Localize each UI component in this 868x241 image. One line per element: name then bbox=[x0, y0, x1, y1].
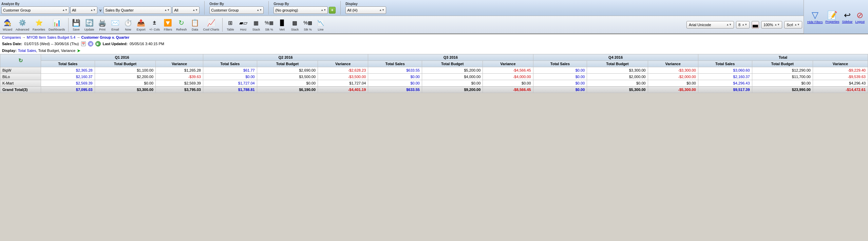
q1-sales-cell: $2,569.39 bbox=[41, 80, 95, 87]
separator bbox=[68, 18, 69, 32]
prev-date-button[interactable]: ◀ bbox=[88, 41, 93, 47]
properties-button[interactable]: 📝 Properties bbox=[825, 11, 839, 23]
group-by-select[interactable]: (No grouping) ▲▼ bbox=[273, 6, 328, 14]
vert-button[interactable]: ▐▌ Vert bbox=[276, 17, 288, 32]
advanced-button[interactable]: ⚙️ Advanced bbox=[14, 17, 31, 32]
q4-sales-cell: $0.00 bbox=[533, 80, 587, 87]
email-icon: ✉️ bbox=[111, 18, 120, 27]
logout-button[interactable]: ⊘ Logout bbox=[855, 11, 865, 23]
total-variance-header: Variance bbox=[813, 61, 868, 67]
hide-filters-button[interactable]: ▽ Hide Filters bbox=[807, 10, 823, 24]
color-swatch bbox=[753, 25, 758, 27]
all-select[interactable]: All ▲▼ bbox=[172, 6, 200, 14]
add-group-button[interactable]: + bbox=[329, 7, 336, 14]
display-label: Display: bbox=[2, 49, 17, 53]
q2-variance-header: Variance bbox=[318, 61, 368, 67]
scrl-select[interactable]: Scrl ▲▼ bbox=[784, 21, 802, 29]
color-picker-button[interactable] bbox=[752, 21, 759, 29]
calendar-icon[interactable]: 📅 bbox=[81, 41, 86, 46]
q2-budget-cell: $0.00 bbox=[257, 80, 318, 87]
font-size-select[interactable]: 8 ▲▼ bbox=[736, 21, 750, 29]
q1-total-sales-header: Total Sales bbox=[41, 61, 95, 67]
order-by-label: Order By bbox=[209, 2, 264, 6]
separator bbox=[204, 1, 205, 15]
data-icon: 📋 bbox=[190, 18, 200, 27]
table-button[interactable]: ⊞ Table bbox=[224, 17, 237, 32]
stk-pct2-icon: %▩ bbox=[303, 18, 313, 27]
row-header-cell: BiLo bbox=[0, 74, 41, 80]
stack2-button[interactable]: ▩ Stack bbox=[289, 17, 301, 32]
update-button[interactable]: 🔄 Update bbox=[83, 17, 96, 32]
stk-pct2-button[interactable]: %▩ Stk % bbox=[302, 17, 314, 32]
table-row: K-Mart$2,569.39$0.00$2,569.39$1,727.04$0… bbox=[0, 80, 868, 87]
email-button[interactable]: ✉️ Email bbox=[109, 17, 121, 32]
q2-variance-cell: -$3,500.00 bbox=[318, 74, 368, 80]
q1-budget-cell: $2,200.00 bbox=[95, 74, 155, 80]
total-budget-cell: $23,990.00 bbox=[752, 87, 813, 93]
order-by-select[interactable]: Customer Group ▲▼ bbox=[209, 6, 264, 14]
q2-sales-cell: $1,727.04 bbox=[203, 80, 257, 87]
plus-minus-cols-button[interactable]: ± +/- Cols bbox=[148, 17, 161, 32]
sidebar-button[interactable]: ↩ Sidebar bbox=[842, 11, 852, 23]
q1-variance-header: Variance bbox=[156, 61, 203, 67]
line-button[interactable]: 📉 Line bbox=[315, 17, 327, 32]
stack-button[interactable]: ▦ Stack bbox=[250, 17, 262, 32]
next-date-button[interactable]: ▶ bbox=[95, 41, 101, 47]
q2-variance-cell: -$2,628.23 bbox=[318, 67, 368, 74]
now-button[interactable]: ⏱️ Now bbox=[122, 17, 134, 32]
q3-total-sales-header: Total Sales bbox=[368, 61, 422, 67]
dashboards-button[interactable]: 📊 Dashboards bbox=[47, 17, 67, 32]
q1-variance-cell: $3,795.03 bbox=[156, 87, 203, 93]
export-button[interactable]: 📤 Export bbox=[135, 17, 147, 32]
total-budget-cell: $12,290.00 bbox=[752, 67, 813, 74]
q2-total-budget-header: Total Budget bbox=[257, 61, 318, 67]
favorites-button[interactable]: ⭐ Favorites bbox=[31, 17, 46, 32]
q3-sales-cell: $633.55 bbox=[368, 67, 422, 74]
refresh-icon: ↻ bbox=[177, 18, 186, 27]
cool-charts-icon: 📈 bbox=[206, 18, 216, 27]
print-icon: 🖨️ bbox=[98, 18, 107, 27]
breadcrumb-companies[interactable]: Companies bbox=[2, 35, 21, 39]
last-updated-value: 05/05/16 3:40:15 PM bbox=[130, 42, 164, 46]
save-button[interactable]: 💾 Save bbox=[70, 17, 82, 32]
table-row: BigW$2,365.28$1,100.00$1,265.28$61.77$2,… bbox=[0, 67, 868, 74]
wizard-button[interactable]: 🧙 Wizard bbox=[1, 17, 14, 32]
cool-charts-button[interactable]: 📈 Cool Charts bbox=[202, 17, 221, 32]
q4-budget-cell: $2,000.00 bbox=[587, 74, 648, 80]
filters-button[interactable]: 🔽 Filters bbox=[162, 17, 174, 32]
print-button[interactable]: 🖨️ Print bbox=[96, 17, 109, 32]
font-select[interactable]: Arial Unicode ▲▼ bbox=[686, 21, 734, 29]
sales-by-quarter-select[interactable]: Sales By Quarter ▲▼ bbox=[103, 6, 171, 14]
display-select[interactable]: All (H) ▲▼ bbox=[345, 6, 386, 14]
filter-icon: 🔽 bbox=[163, 18, 173, 27]
q4-variance-cell: -$5,300.00 bbox=[648, 87, 698, 93]
line-chart-icon: 📉 bbox=[316, 18, 325, 27]
analyze-by-all-select[interactable]: All ▲▼ bbox=[70, 6, 97, 14]
q2-sales-cell: $1,788.81 bbox=[203, 87, 257, 93]
horz-icon: ▰▱ bbox=[239, 18, 248, 27]
breadcrumb-arrow2: → bbox=[77, 35, 80, 39]
now-icon: ⏱️ bbox=[124, 18, 133, 27]
analyze-by-select[interactable]: Customer Group ▲▼ bbox=[1, 6, 69, 14]
breadcrumb-myob[interactable]: MYOB Item Sales Budget 5.4 bbox=[27, 35, 76, 39]
q3-sales-cell: $633.55 bbox=[368, 87, 422, 93]
q3-2016-header: Q3 2016 bbox=[368, 54, 533, 61]
refresh-table-icon[interactable]: ↻ bbox=[18, 58, 23, 63]
q3-variance-cell: -$8,566.45 bbox=[483, 87, 533, 93]
table-icon: ⊞ bbox=[226, 18, 235, 27]
q1-sales-cell: $2,160.37 bbox=[41, 74, 95, 80]
q3-budget-cell: $9,200.00 bbox=[422, 87, 483, 93]
row-header-cell: Grand Total(3) bbox=[0, 87, 41, 93]
data-button[interactable]: 📋 Data bbox=[189, 17, 201, 32]
q3-budget-cell: $5,200.00 bbox=[422, 67, 483, 74]
zoom-select[interactable]: 100% ▲▼ bbox=[761, 21, 782, 29]
refresh-button[interactable]: ↻ Refresh bbox=[175, 17, 188, 32]
q4-sales-cell: $0.00 bbox=[533, 87, 587, 93]
total-budget-cell: $11,700.00 bbox=[752, 74, 813, 80]
q1-variance-cell: $2,569.39 bbox=[156, 80, 203, 87]
q4-sales-cell: $0.00 bbox=[533, 74, 587, 80]
advanced-icon: ⚙️ bbox=[18, 18, 27, 27]
q1-budget-cell: $3,300.00 bbox=[95, 87, 155, 93]
stk-pct-button[interactable]: %▦ Stk % bbox=[263, 17, 275, 32]
horz-button[interactable]: ▰▱ Horz bbox=[237, 17, 249, 32]
